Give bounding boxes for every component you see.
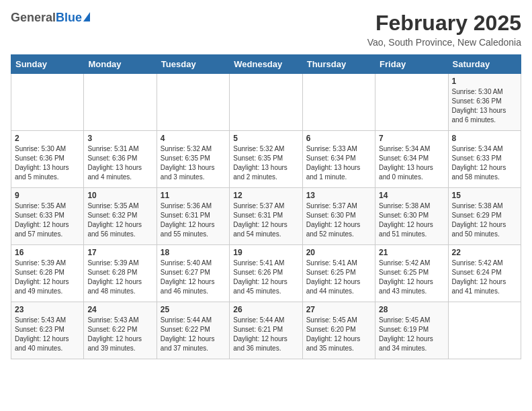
day-number: 25	[161, 305, 226, 314]
day-number: 22	[452, 248, 517, 257]
day-info: Sunrise: 5:42 AM Sunset: 6:24 PM Dayligh…	[452, 259, 517, 296]
day-info: Sunrise: 5:41 AM Sunset: 6:25 PM Dayligh…	[306, 259, 371, 296]
weekday-header-saturday: Saturday	[448, 55, 521, 74]
calendar-day-cell	[11, 74, 84, 131]
calendar-day-cell: 9Sunrise: 5:35 AM Sunset: 6:33 PM Daylig…	[11, 188, 84, 245]
calendar-day-cell: 4Sunrise: 5:32 AM Sunset: 6:35 PM Daylig…	[157, 131, 229, 188]
calendar-day-cell: 20Sunrise: 5:41 AM Sunset: 6:25 PM Dayli…	[302, 245, 375, 302]
day-number: 4	[161, 134, 226, 143]
day-number: 27	[306, 305, 371, 314]
month-year-title: February 2025	[367, 11, 521, 36]
calendar-day-cell: 17Sunrise: 5:39 AM Sunset: 6:28 PM Dayli…	[84, 245, 157, 302]
calendar-header-row: SundayMondayTuesdayWednesdayThursdayFrid…	[11, 55, 521, 74]
day-info: Sunrise: 5:32 AM Sunset: 6:35 PM Dayligh…	[233, 144, 298, 182]
calendar-table: SundayMondayTuesdayWednesdayThursdayFrid…	[11, 54, 521, 359]
location-subtitle: Vao, South Province, New Caledonia	[367, 37, 521, 48]
calendar-day-cell: 18Sunrise: 5:40 AM Sunset: 6:27 PM Dayli…	[157, 245, 229, 302]
day-number: 18	[161, 248, 226, 257]
day-number: 16	[15, 248, 80, 257]
day-info: Sunrise: 5:44 AM Sunset: 6:21 PM Dayligh…	[233, 316, 298, 353]
day-info: Sunrise: 5:41 AM Sunset: 6:26 PM Dayligh…	[233, 259, 298, 296]
weekday-header-sunday: Sunday	[11, 55, 84, 74]
calendar-day-cell: 28Sunrise: 5:45 AM Sunset: 6:19 PM Dayli…	[375, 302, 448, 359]
calendar-day-cell	[375, 74, 448, 131]
day-info: Sunrise: 5:43 AM Sunset: 6:22 PM Dayligh…	[87, 316, 152, 353]
calendar-week-2: 2Sunrise: 5:30 AM Sunset: 6:36 PM Daylig…	[11, 131, 521, 188]
calendar-day-cell: 14Sunrise: 5:38 AM Sunset: 6:30 PM Dayli…	[375, 188, 448, 245]
day-number: 9	[15, 191, 80, 200]
calendar-day-cell: 7Sunrise: 5:34 AM Sunset: 6:34 PM Daylig…	[375, 131, 448, 188]
day-info: Sunrise: 5:40 AM Sunset: 6:27 PM Dayligh…	[161, 259, 226, 296]
calendar-week-5: 23Sunrise: 5:43 AM Sunset: 6:23 PM Dayli…	[11, 302, 521, 359]
title-section: February 2025 Vao, South Province, New C…	[367, 11, 521, 48]
day-info: Sunrise: 5:32 AM Sunset: 6:35 PM Dayligh…	[161, 144, 226, 182]
day-info: Sunrise: 5:35 AM Sunset: 6:33 PM Dayligh…	[15, 201, 80, 239]
weekday-header-monday: Monday	[84, 55, 157, 74]
calendar-day-cell: 19Sunrise: 5:41 AM Sunset: 6:26 PM Dayli…	[230, 245, 302, 302]
calendar-day-cell: 16Sunrise: 5:39 AM Sunset: 6:28 PM Dayli…	[11, 245, 84, 302]
calendar-week-4: 16Sunrise: 5:39 AM Sunset: 6:28 PM Dayli…	[11, 245, 521, 302]
day-number: 12	[233, 191, 298, 200]
logo-blue-text: Blue	[56, 11, 82, 25]
logo-general-text: General	[11, 11, 56, 25]
day-number: 24	[87, 305, 152, 314]
calendar-day-cell	[157, 74, 229, 131]
calendar-week-1: 1Sunrise: 5:30 AM Sunset: 6:36 PM Daylig…	[11, 74, 521, 131]
day-number: 13	[306, 191, 371, 200]
calendar-day-cell	[448, 302, 521, 359]
day-number: 1	[452, 77, 517, 86]
calendar-day-cell: 21Sunrise: 5:42 AM Sunset: 6:25 PM Dayli…	[375, 245, 448, 302]
day-info: Sunrise: 5:39 AM Sunset: 6:28 PM Dayligh…	[87, 259, 152, 296]
calendar-day-cell: 25Sunrise: 5:44 AM Sunset: 6:22 PM Dayli…	[157, 302, 229, 359]
day-info: Sunrise: 5:39 AM Sunset: 6:28 PM Dayligh…	[15, 259, 80, 296]
day-number: 7	[379, 134, 444, 143]
logo-icon	[83, 12, 90, 21]
day-info: Sunrise: 5:34 AM Sunset: 6:34 PM Dayligh…	[379, 144, 444, 182]
day-number: 14	[379, 191, 444, 200]
calendar-day-cell: 13Sunrise: 5:37 AM Sunset: 6:30 PM Dayli…	[302, 188, 375, 245]
calendar-day-cell: 26Sunrise: 5:44 AM Sunset: 6:21 PM Dayli…	[230, 302, 302, 359]
calendar-day-cell: 6Sunrise: 5:33 AM Sunset: 6:34 PM Daylig…	[302, 131, 375, 188]
day-info: Sunrise: 5:45 AM Sunset: 6:20 PM Dayligh…	[306, 316, 371, 353]
day-info: Sunrise: 5:30 AM Sunset: 6:36 PM Dayligh…	[452, 87, 517, 125]
calendar-day-cell	[302, 74, 375, 131]
calendar-day-cell: 11Sunrise: 5:36 AM Sunset: 6:31 PM Dayli…	[157, 188, 229, 245]
day-info: Sunrise: 5:36 AM Sunset: 6:31 PM Dayligh…	[161, 201, 226, 239]
calendar-day-cell: 12Sunrise: 5:37 AM Sunset: 6:31 PM Dayli…	[230, 188, 302, 245]
weekday-header-tuesday: Tuesday	[157, 55, 229, 74]
day-number: 17	[87, 248, 152, 257]
weekday-header-thursday: Thursday	[302, 55, 375, 74]
day-number: 19	[233, 248, 298, 257]
calendar-day-cell: 2Sunrise: 5:30 AM Sunset: 6:36 PM Daylig…	[11, 131, 84, 188]
day-number: 20	[306, 248, 371, 257]
calendar-day-cell: 27Sunrise: 5:45 AM Sunset: 6:20 PM Dayli…	[302, 302, 375, 359]
calendar-day-cell: 23Sunrise: 5:43 AM Sunset: 6:23 PM Dayli…	[11, 302, 84, 359]
day-info: Sunrise: 5:42 AM Sunset: 6:25 PM Dayligh…	[379, 259, 444, 296]
day-number: 5	[233, 134, 298, 143]
calendar-day-cell: 3Sunrise: 5:31 AM Sunset: 6:36 PM Daylig…	[84, 131, 157, 188]
day-info: Sunrise: 5:37 AM Sunset: 6:30 PM Dayligh…	[306, 201, 371, 239]
day-number: 3	[87, 134, 152, 143]
day-info: Sunrise: 5:35 AM Sunset: 6:32 PM Dayligh…	[87, 201, 152, 239]
day-number: 10	[87, 191, 152, 200]
calendar-day-cell	[84, 74, 157, 131]
day-number: 21	[379, 248, 444, 257]
day-info: Sunrise: 5:30 AM Sunset: 6:36 PM Dayligh…	[15, 144, 80, 182]
day-info: Sunrise: 5:38 AM Sunset: 6:30 PM Dayligh…	[379, 201, 444, 239]
day-number: 23	[15, 305, 80, 314]
calendar-day-cell: 8Sunrise: 5:34 AM Sunset: 6:33 PM Daylig…	[448, 131, 521, 188]
day-number: 8	[452, 134, 517, 143]
calendar-day-cell: 15Sunrise: 5:38 AM Sunset: 6:29 PM Dayli…	[448, 188, 521, 245]
day-info: Sunrise: 5:34 AM Sunset: 6:33 PM Dayligh…	[452, 144, 517, 182]
day-number: 26	[233, 305, 298, 314]
day-info: Sunrise: 5:45 AM Sunset: 6:19 PM Dayligh…	[379, 316, 444, 353]
logo: GeneralBlue	[11, 11, 90, 25]
day-number: 6	[306, 134, 371, 143]
day-number: 15	[452, 191, 517, 200]
day-number: 2	[15, 134, 80, 143]
day-info: Sunrise: 5:37 AM Sunset: 6:31 PM Dayligh…	[233, 201, 298, 239]
calendar-day-cell: 10Sunrise: 5:35 AM Sunset: 6:32 PM Dayli…	[84, 188, 157, 245]
calendar-day-cell	[230, 74, 302, 131]
day-info: Sunrise: 5:43 AM Sunset: 6:23 PM Dayligh…	[15, 316, 80, 353]
calendar-week-3: 9Sunrise: 5:35 AM Sunset: 6:33 PM Daylig…	[11, 188, 521, 245]
